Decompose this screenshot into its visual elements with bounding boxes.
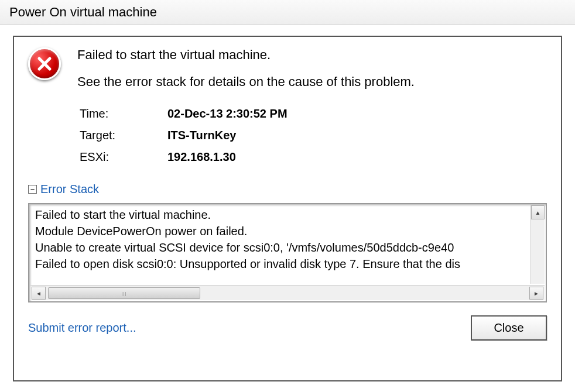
icon-column bbox=[28, 47, 66, 169]
close-button[interactable]: Close bbox=[471, 315, 547, 341]
scroll-thumb[interactable]: ||| bbox=[48, 287, 200, 299]
error-stack-header: − Error Stack bbox=[28, 183, 547, 196]
dialog-footer: Submit error report... Close bbox=[28, 315, 547, 341]
error-stack-box: Failed to start the virtual machine. Mod… bbox=[28, 203, 547, 302]
submit-error-report-link[interactable]: Submit error report... bbox=[28, 321, 136, 335]
window-title: Power On virtual machine bbox=[9, 5, 157, 19]
target-label: Target: bbox=[78, 125, 166, 146]
error-stack-label[interactable]: Error Stack bbox=[40, 183, 99, 196]
esxi-label: ESXi: bbox=[78, 147, 166, 167]
details-table: Time: 02-Dec-13 2:30:52 PM Target: ITS-T… bbox=[77, 102, 289, 169]
title-bar: Power On virtual machine bbox=[0, 0, 575, 25]
time-value: 02-Dec-13 2:30:52 PM bbox=[167, 104, 288, 124]
time-label: Time: bbox=[78, 104, 166, 124]
esxi-value: 192.168.1.30 bbox=[167, 147, 288, 167]
x-icon bbox=[36, 56, 53, 72]
stack-line: Failed to open disk scsi0:0: Unsupported… bbox=[35, 256, 528, 272]
dialog-window: Power On virtual machine Failed to start… bbox=[0, 0, 575, 392]
horizontal-scrollbar[interactable]: ◄ ||| ► bbox=[30, 285, 545, 300]
vertical-scrollbar[interactable]: ▲ bbox=[530, 205, 545, 284]
dialog-body: Failed to start the virtual machine. See… bbox=[13, 36, 562, 381]
stack-line: Unable to create virtual SCSI device for… bbox=[35, 239, 528, 256]
scroll-right-button[interactable]: ► bbox=[529, 287, 543, 300]
scroll-up-button[interactable]: ▲ bbox=[531, 205, 545, 219]
minus-icon: − bbox=[30, 185, 35, 193]
error-subtext: See the error stack for details on the c… bbox=[77, 74, 547, 90]
error-heading: Failed to start the virtual machine. bbox=[77, 47, 547, 63]
error-icon bbox=[28, 47, 61, 80]
message-column: Failed to start the virtual machine. See… bbox=[77, 47, 547, 169]
stack-line: Failed to start the virtual machine. bbox=[35, 207, 528, 223]
stack-line: Module DevicePowerOn power on failed. bbox=[35, 223, 528, 239]
error-stack-content: Failed to start the virtual machine. Mod… bbox=[35, 207, 528, 284]
target-value: ITS-TurnKey bbox=[167, 125, 288, 146]
top-section: Failed to start the virtual machine. See… bbox=[28, 47, 547, 169]
scroll-left-button[interactable]: ◄ bbox=[32, 287, 46, 300]
collapse-toggle[interactable]: − bbox=[28, 185, 37, 194]
